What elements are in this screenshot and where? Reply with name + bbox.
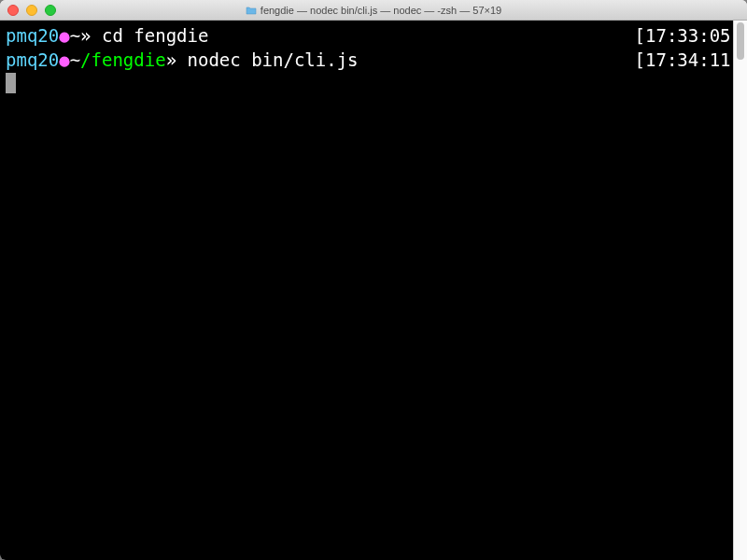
- titlebar[interactable]: fengdie — nodec bin/cli.js — nodec — -zs…: [0, 0, 747, 21]
- minimize-icon[interactable]: [26, 5, 37, 16]
- prompt: pmq20●~» cd fengdie: [6, 24, 208, 49]
- prompt-chevron: »: [166, 49, 188, 70]
- timestamp: [17:33:05]: [635, 24, 741, 49]
- close-icon[interactable]: [7, 5, 19, 16]
- terminal-line: pmq20●~/fengdie» nodec bin/cli.js [17:34…: [6, 49, 741, 73]
- cursor-icon: [6, 73, 16, 93]
- prompt-user: pmq20: [6, 25, 59, 46]
- terminal-window: fengdie — nodec bin/cli.js — nodec — -zs…: [0, 0, 747, 560]
- terminal-line: pmq20●~» cd fengdie [17:33:05]: [6, 24, 741, 49]
- prompt-tilde: ~: [70, 25, 80, 46]
- prompt: pmq20●~/fengdie» nodec bin/cli.js: [6, 49, 359, 73]
- command-text: cd fengdie: [102, 25, 208, 46]
- prompt-path: /fengdie: [80, 49, 166, 70]
- window-title-text: fengdie — nodec bin/cli.js — nodec — -zs…: [261, 5, 501, 16]
- terminal-body[interactable]: pmq20●~» cd fengdie [17:33:05] pmq20●~/f…: [0, 21, 747, 560]
- maximize-icon[interactable]: [45, 5, 56, 16]
- prompt-dot: ●: [59, 25, 69, 46]
- scrollbar[interactable]: [733, 21, 747, 560]
- prompt-chevron: »: [80, 25, 102, 46]
- window-title: fengdie — nodec bin/cli.js — nodec — -zs…: [0, 5, 747, 16]
- scroll-thumb[interactable]: [737, 22, 744, 60]
- prompt-user: pmq20: [6, 49, 59, 70]
- cursor-line: [6, 72, 741, 96]
- prompt-tilde: ~: [70, 49, 80, 70]
- command-text: nodec bin/cli.js: [188, 49, 359, 70]
- folder-icon: [246, 6, 257, 15]
- prompt-dot: ●: [59, 49, 69, 70]
- traffic-lights: [7, 5, 56, 16]
- timestamp: [17:34:11]: [635, 49, 741, 73]
